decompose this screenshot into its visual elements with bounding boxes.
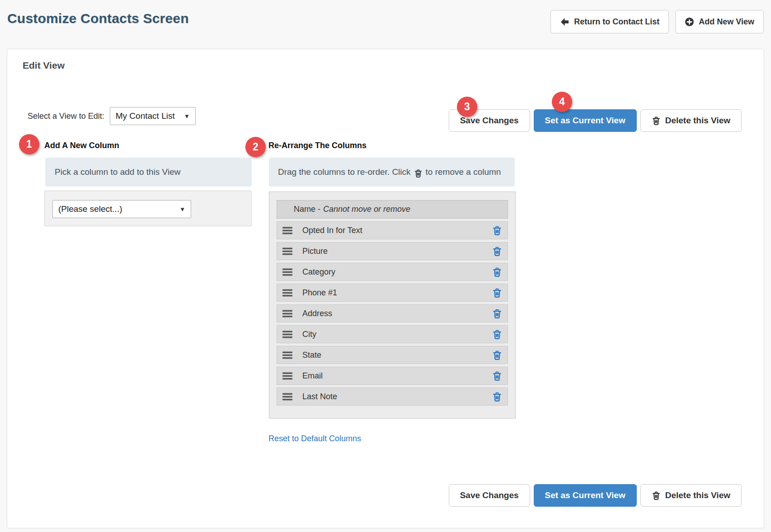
add-column-dropdown[interactable]: (Please select...) ▼ [52,200,191,218]
drag-handle-icon[interactable] [282,310,292,317]
rearrange-info-before: Drag the columns to re-order. Click [278,167,411,177]
step-badge-3: 3 [457,97,477,117]
drag-handle-icon[interactable] [282,331,292,338]
remove-column-trash-icon[interactable] [492,308,502,318]
trash-icon [652,491,661,500]
drag-handle-icon[interactable] [282,289,292,297]
column-label: Last Note [302,392,492,401]
fixed-name-column-header: Name - Cannot move or remove [277,200,508,219]
fixed-column-note: Cannot move or remove [323,205,410,214]
bottom-action-buttons: Save Changes Set as Current View Delete … [449,484,742,507]
customize-contacts-screen: Customize Contacts Screen Return to Cont… [0,0,771,532]
return-to-contact-list-label: Return to Contact List [574,17,659,27]
trash-icon [414,169,423,177]
rearrange-info-after: to remove a column [426,167,501,177]
view-selector-row: Select a View to Edit: My Contact List ▼ [28,107,196,125]
drag-handle-icon[interactable] [282,247,292,255]
fixed-column-label: Name - [294,205,320,214]
column-row[interactable]: Phone #1 [277,284,508,302]
remove-column-trash-icon[interactable] [492,246,502,256]
remove-column-trash-icon[interactable] [492,267,502,277]
drag-handle-icon[interactable] [282,268,292,276]
rearrange-info: Drag the columns to re-order. Click to r… [269,158,515,187]
add-column-heading: Add A New Column [44,141,119,150]
remove-column-trash-icon[interactable] [492,225,502,235]
view-selector-dropdown[interactable]: My Contact List ▼ [110,107,196,125]
delete-this-view-button-top[interactable]: Delete this View [640,109,742,132]
drag-handle-icon[interactable] [282,393,292,401]
add-column-select-container: (Please select...) ▼ [44,191,252,226]
set-as-current-view-label: Set as Current View [545,116,625,126]
top-action-buttons: Save Changes Set as Current View Delete … [449,109,742,132]
step-badge-1: 1 [19,134,39,154]
reset-to-default-columns-link[interactable]: Reset to Default Columns [268,434,361,443]
add-new-view-label: Add New View [699,17,754,27]
delete-this-view-label: Delete this View [665,490,730,500]
rearrange-heading: Re-Arrange The Columns [268,141,367,150]
column-row[interactable]: Opted In for Text [277,221,508,239]
column-label: Category [302,267,492,277]
trash-icon [652,116,661,125]
add-column-dropdown-value: (Please select...) [58,204,122,214]
remove-column-trash-icon[interactable] [492,288,502,298]
save-changes-button-bottom[interactable]: Save Changes [449,484,530,507]
drag-handle-icon[interactable] [282,227,292,234]
delete-this-view-button-bottom[interactable]: Delete this View [640,484,742,507]
column-row[interactable]: State [277,346,508,364]
arrow-left-icon [560,17,569,27]
return-to-contact-list-button[interactable]: Return to Contact List [550,10,669,33]
column-label: Email [302,371,492,381]
column-row[interactable]: City [277,325,508,343]
view-selector-label: Select a View to Edit: [28,112,104,121]
edit-view-panel: Edit View Select a View to Edit: My Cont… [7,49,764,528]
column-row[interactable]: Address [277,304,508,322]
remove-column-trash-icon[interactable] [492,350,502,360]
column-label: Picture [302,247,492,256]
column-row[interactable]: Picture [277,242,508,260]
view-selector-value: My Contact List [116,111,175,121]
drag-handle-icon[interactable] [282,372,292,380]
set-as-current-view-button-bottom[interactable]: Set as Current View [534,484,637,507]
columns-list: Name - Cannot move or remove Opted In fo… [269,191,516,419]
panel-title: Edit View [23,60,65,71]
column-label: City [302,330,492,339]
column-label: Address [302,309,492,318]
remove-column-trash-icon[interactable] [492,329,502,339]
plus-circle-icon [685,17,694,27]
remove-column-trash-icon[interactable] [492,371,502,381]
header-actions: Return to Contact List Add New View [550,10,764,33]
add-column-info: Pick a column to add to this View [45,158,252,187]
save-changes-label: Save Changes [460,116,519,126]
add-new-view-button[interactable]: Add New View [675,10,764,33]
step-badge-4: 4 [552,92,572,112]
column-label: Opted In for Text [302,226,492,235]
caret-down-icon: ▼ [184,113,190,120]
save-changes-label: Save Changes [460,490,519,500]
caret-down-icon: ▼ [179,206,185,213]
drag-handle-icon[interactable] [282,351,292,359]
column-row[interactable]: Email [277,367,508,385]
remove-column-trash-icon[interactable] [492,392,502,401]
column-row[interactable]: Last Note [277,387,508,406]
column-label: State [302,350,492,360]
column-row[interactable]: Category [277,263,508,281]
set-as-current-view-label: Set as Current View [545,490,625,500]
column-label: Phone #1 [302,288,492,298]
page-title: Customize Contacts Screen [7,11,189,26]
step-badge-2: 2 [245,137,266,157]
set-as-current-view-button-top[interactable]: Set as Current View [534,109,637,132]
delete-this-view-label: Delete this View [665,116,730,126]
